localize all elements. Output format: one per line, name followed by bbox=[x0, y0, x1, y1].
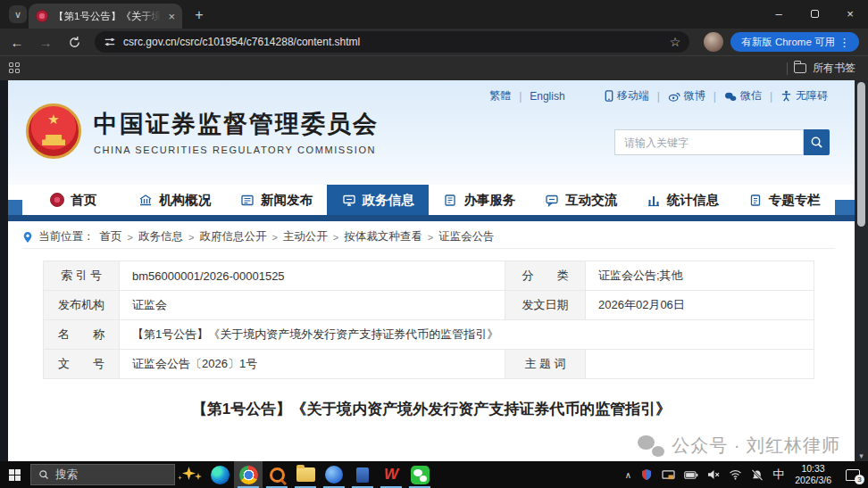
taskbar-app-search-tool[interactable] bbox=[263, 461, 291, 488]
link-traditional-chinese[interactable]: 繁體 bbox=[489, 88, 511, 103]
tray-time: 10:33 bbox=[795, 463, 831, 475]
taskbar-app-blue[interactable] bbox=[320, 461, 348, 488]
browser-tab[interactable]: 【第1号公告】《关于境内资产 × bbox=[29, 4, 182, 29]
label-issue-date: 发文日期 bbox=[505, 291, 586, 319]
profile-avatar[interactable] bbox=[704, 32, 723, 52]
site-header: 繁體 | English 移动端 | 微博 | bbox=[8, 80, 855, 185]
nav-bottom-border bbox=[8, 215, 855, 221]
tab-search-button[interactable]: ∨ bbox=[9, 5, 27, 23]
site-info-icon[interactable] bbox=[104, 36, 116, 48]
tray-wifi-icon[interactable] bbox=[724, 461, 747, 488]
nav-item-government-info[interactable]: 政务信息 bbox=[327, 185, 429, 215]
tray-volume-muted-icon[interactable] bbox=[703, 461, 724, 488]
location-pin-icon bbox=[22, 231, 33, 244]
reload-icon bbox=[68, 36, 81, 49]
taskbar-app-file-explorer[interactable] bbox=[291, 461, 320, 488]
breadcrumb-active-disclosure[interactable]: 主动公开 bbox=[283, 229, 328, 244]
apps-grid-icon[interactable] bbox=[9, 62, 21, 75]
notification-count-badge: 3 bbox=[855, 475, 864, 484]
system-tray: ∧ 中 10:33 2026/3/6 bbox=[621, 461, 868, 488]
back-button[interactable]: ← bbox=[5, 30, 29, 54]
screen: ∨ 【第1号公告】《关于境内资产 × + – × ← → csrc.gov.cn… bbox=[0, 0, 868, 488]
watermark-text: 公众号 · 刘红林律师 bbox=[672, 434, 840, 458]
reload-button[interactable] bbox=[63, 30, 86, 54]
taskbar-app-small-blue[interactable] bbox=[348, 461, 377, 488]
taskbar-app-wps[interactable]: W bbox=[377, 461, 405, 488]
breadcrumb-info-disclosure[interactable]: 政府信息公开 bbox=[199, 229, 266, 244]
tray-ime-indicator[interactable]: 中 bbox=[768, 461, 789, 488]
tray-notifications-muted-icon[interactable] bbox=[747, 461, 768, 488]
label-keywords: 主 题 词 bbox=[505, 350, 586, 378]
window-restore-button[interactable] bbox=[797, 0, 832, 27]
chrome-update-button[interactable]: 有新版 Chrome 可用 ⋮ bbox=[730, 32, 859, 52]
browser-menu-icon[interactable]: ⋮ bbox=[835, 36, 854, 49]
tray-clock[interactable]: 10:33 2026/3/6 bbox=[789, 463, 838, 486]
value-document-number: 证监会公告〔2026〕1号 bbox=[120, 350, 505, 378]
tab-title: 【第1号公告】《关于境内资产 bbox=[54, 10, 161, 23]
tab-close-icon[interactable]: × bbox=[168, 10, 175, 23]
label-issuing-agency: 发布机构 bbox=[44, 291, 120, 319]
page-scrollbar[interactable]: ▾ bbox=[855, 80, 868, 461]
mobile-icon bbox=[605, 90, 613, 102]
scrollbar-thumb[interactable] bbox=[857, 82, 865, 227]
taskbar-search-box[interactable]: 搜索 bbox=[30, 464, 175, 485]
site-logo[interactable]: 中国证券监督管理委员会 CHINA SECURITIES REGULATORY … bbox=[26, 103, 379, 159]
nav-item-about[interactable]: 机构概况 bbox=[124, 185, 226, 215]
tray-expand-button[interactable]: ∧ bbox=[621, 461, 636, 488]
taskbar: 搜索 W ∧ bbox=[0, 461, 868, 488]
notification-center-button[interactable]: 3 bbox=[838, 461, 868, 488]
csrc-seal-icon bbox=[50, 193, 64, 207]
bookmark-star-icon[interactable]: ☆ bbox=[670, 35, 681, 49]
nav-item-services[interactable]: 办事服务 bbox=[429, 185, 530, 215]
search-input[interactable] bbox=[614, 129, 804, 155]
chat-bubble-icon bbox=[545, 194, 559, 207]
nav-item-home[interactable]: 首页 bbox=[22, 185, 124, 215]
url-bar[interactable]: csrc.gov.cn/csrc/c101954/c7614288/conten… bbox=[95, 31, 689, 53]
taskbar-app-wechat[interactable] bbox=[405, 461, 434, 488]
site-name-en: CHINA SECURITIES REGULATORY COMMISSION bbox=[94, 145, 379, 155]
header-top-links: 繁體 | English 移动端 | 微博 | bbox=[489, 88, 828, 103]
link-english[interactable]: English bbox=[530, 90, 564, 103]
link-weibo[interactable]: 微博 bbox=[668, 88, 705, 103]
breadcrumb-home[interactable]: 首页 bbox=[100, 229, 122, 244]
new-tab-button[interactable]: + bbox=[189, 5, 209, 25]
breadcrumb-by-type[interactable]: 按体裁文种查看 bbox=[344, 229, 422, 244]
bar-chart-icon bbox=[647, 194, 661, 207]
wechat-icon bbox=[411, 466, 430, 484]
breadcrumb-csrc-announcements[interactable]: 证监会公告 bbox=[438, 229, 495, 244]
folder-icon bbox=[794, 63, 806, 73]
edge-icon bbox=[211, 466, 230, 484]
link-accessibility[interactable]: 无障碍 bbox=[780, 88, 828, 103]
start-button[interactable] bbox=[0, 461, 29, 488]
tray-date: 2026/3/6 bbox=[795, 475, 831, 486]
nav-menu: 首页 机构概况 新闻发布 政务信息 bbox=[22, 185, 835, 215]
label-index-number: 索 引 号 bbox=[44, 261, 120, 290]
tray-antivirus-icon[interactable] bbox=[636, 461, 657, 488]
nav-item-special-topics[interactable]: 专题专栏 bbox=[733, 185, 835, 215]
blue-app-icon bbox=[325, 466, 343, 484]
nav-item-interaction[interactable]: 互动交流 bbox=[530, 185, 632, 215]
search-icon bbox=[810, 136, 823, 149]
chrome-icon bbox=[239, 466, 258, 484]
left-edge-strip bbox=[0, 80, 8, 461]
breadcrumb-gov-info[interactable]: 政务信息 bbox=[138, 229, 183, 244]
scrollbar-down-arrow-icon[interactable]: ▾ bbox=[855, 451, 868, 460]
tray-battery-icon[interactable] bbox=[680, 461, 703, 488]
window-close-button[interactable]: × bbox=[832, 0, 868, 27]
nav-item-statistics[interactable]: 统计信息 bbox=[632, 185, 734, 215]
all-bookmarks-button[interactable]: 所有书签 bbox=[787, 61, 855, 76]
copilot-sparkles-icon[interactable] bbox=[175, 461, 205, 488]
weibo-icon bbox=[668, 91, 680, 102]
tray-display-icon[interactable] bbox=[657, 461, 680, 488]
url-text[interactable]: csrc.gov.cn/csrc/c101954/c7614288/conten… bbox=[123, 36, 663, 48]
window-minimize-button[interactable]: – bbox=[761, 0, 797, 27]
taskbar-app-chrome[interactable] bbox=[234, 461, 263, 488]
link-wechat[interactable]: 微信 bbox=[724, 88, 762, 103]
link-mobile[interactable]: 移动端 bbox=[605, 88, 649, 103]
forward-button[interactable]: → bbox=[34, 30, 57, 54]
service-list-icon bbox=[443, 194, 457, 207]
nav-item-news[interactable]: 新闻发布 bbox=[226, 185, 328, 215]
divider bbox=[787, 62, 788, 75]
search-button[interactable] bbox=[804, 129, 830, 155]
taskbar-app-edge[interactable] bbox=[205, 461, 234, 488]
